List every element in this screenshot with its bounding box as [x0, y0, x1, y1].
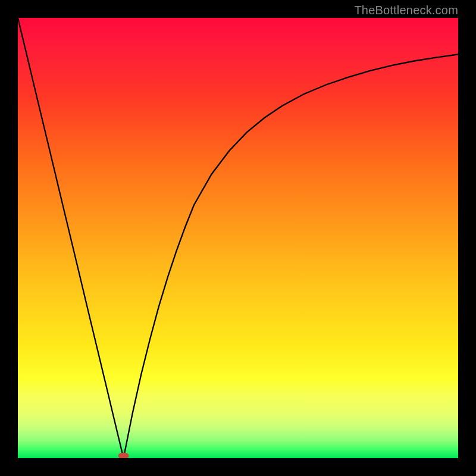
optimal-point-marker [118, 453, 129, 459]
curve-layer [18, 18, 458, 458]
chart-frame: TheBottleneck.com [0, 0, 476, 476]
bottleneck-curve [18, 18, 458, 458]
plot-area [18, 18, 458, 458]
watermark-text: TheBottleneck.com [354, 4, 458, 17]
